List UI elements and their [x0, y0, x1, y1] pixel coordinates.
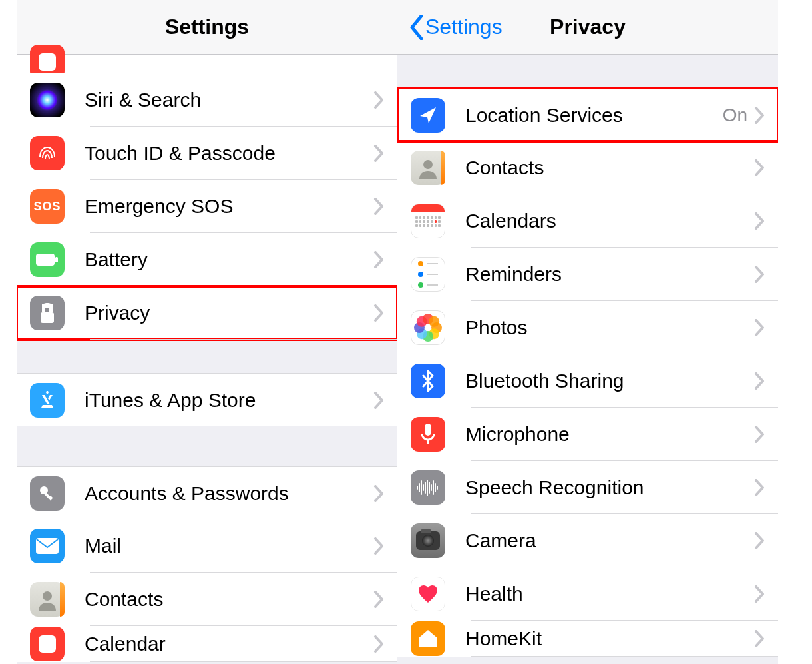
svg-rect-11 [417, 486, 418, 490]
row-bluetooth-sharing[interactable]: Bluetooth Sharing [397, 354, 778, 408]
row-touch-id-passcode[interactable]: Touch ID & Passcode [17, 127, 397, 180]
back-label: Settings [425, 15, 503, 39]
chevron-right-icon [373, 635, 384, 653]
row-siri-search[interactable]: Siri & Search [17, 73, 397, 127]
row-contacts[interactable]: Contacts [17, 573, 397, 626]
svg-rect-2 [41, 312, 54, 323]
svg-rect-10 [427, 440, 429, 444]
back-button[interactable]: Settings [409, 15, 503, 40]
svg-rect-9 [425, 424, 431, 436]
row-label: Accounts & Passwords [85, 482, 373, 505]
row-accounts-passwords[interactable]: Accounts & Passwords [17, 466, 397, 519]
row-label: Reminders [465, 263, 754, 286]
fingerprint-icon [30, 136, 65, 170]
row-photos[interactable]: Photos [397, 301, 778, 354]
homekit-icon [411, 625, 445, 652]
battery-icon [30, 242, 65, 277]
chevron-right-icon [373, 91, 384, 109]
row-label: iTunes & App Store [85, 389, 373, 412]
row-label: Touch ID & Passcode [85, 142, 373, 165]
row-label: Bluetooth Sharing [465, 370, 754, 392]
siri-icon [30, 83, 65, 117]
row-label: Calendar [85, 633, 373, 655]
svg-rect-21 [437, 486, 438, 490]
chevron-right-icon [754, 372, 765, 390]
svg-rect-14 [423, 484, 424, 491]
left-title: Settings [165, 15, 249, 39]
settings-group-2: Accounts & PasswordsMailContactsCalendar [17, 466, 397, 662]
row-label: Location Services [465, 104, 723, 127]
row-privacy[interactable]: Privacy [17, 286, 397, 340]
chevron-right-icon [754, 630, 765, 647]
spacer [397, 55, 778, 88]
health-icon [411, 577, 445, 611]
chevron-right-icon [373, 537, 384, 555]
row-label: Privacy [85, 302, 373, 324]
row-speech-recognition[interactable]: Speech Recognition [397, 461, 778, 514]
right-pane: Settings Privacy Location ServicesOnCont… [397, 0, 778, 664]
row-label: Emergency SOS [85, 195, 373, 218]
svg-rect-6 [36, 538, 59, 554]
calendar-icon [30, 631, 65, 657]
row-emergency-sos[interactable]: SOSEmergency SOS [17, 180, 397, 233]
svg-rect-12 [419, 483, 420, 492]
row-label: HomeKit [465, 627, 754, 650]
row-microphone[interactable]: Microphone [397, 408, 778, 461]
right-header: Settings Privacy [397, 0, 778, 55]
row-reminders[interactable]: Reminders [397, 248, 778, 301]
row-health[interactable]: Health [397, 567, 778, 621]
row-mail[interactable]: Mail [17, 519, 397, 573]
chevron-right-icon [754, 585, 765, 603]
row-sounds[interactable] [17, 55, 397, 73]
speech-icon [411, 470, 445, 505]
chevron-right-icon [373, 145, 384, 162]
reminders-icon [411, 257, 445, 292]
left-header: Settings [17, 0, 397, 55]
row-label: Contacts [465, 157, 754, 179]
row-itunes-app-store[interactable]: iTunes & App Store [17, 373, 397, 426]
svg-rect-20 [435, 483, 436, 492]
spacer [17, 340, 397, 373]
svg-rect-16 [427, 480, 428, 496]
appstore-icon [30, 383, 65, 418]
row-location-services[interactable]: Location ServicesOn [397, 88, 778, 141]
row-calendars[interactable]: Calendars [397, 194, 778, 248]
bluetooth-icon [411, 364, 445, 398]
row-homekit[interactable]: HomeKit [397, 621, 778, 657]
contacts-icon [30, 582, 65, 617]
chevron-right-icon [754, 107, 765, 124]
svg-rect-18 [431, 484, 432, 491]
row-camera[interactable]: Camera [397, 514, 778, 567]
right-title: Privacy [550, 15, 626, 39]
privacy-list: Location ServicesOnContactsCalendarsRemi… [397, 88, 778, 657]
svg-point-7 [43, 591, 52, 601]
row-label: Camera [465, 529, 754, 552]
svg-rect-13 [421, 480, 422, 495]
chevron-left-icon [409, 15, 424, 40]
chevron-right-icon [754, 266, 765, 283]
row-label: Health [465, 583, 754, 605]
row-value: On [723, 105, 747, 126]
row-contacts[interactable]: Contacts [397, 141, 778, 194]
row-calendar[interactable]: Calendar [17, 626, 397, 662]
row-battery[interactable]: Battery [17, 233, 397, 286]
chevron-right-icon [754, 319, 765, 336]
contacts-icon [411, 151, 445, 185]
svg-rect-17 [429, 482, 430, 494]
settings-group-0: Siri & SearchTouch ID & PasscodeSOSEmerg… [17, 55, 397, 340]
spacer [17, 426, 397, 466]
chevron-right-icon [754, 159, 765, 176]
row-label: Battery [85, 248, 373, 271]
left-pane: Settings Siri & SearchTouch ID & Passcod… [17, 0, 397, 664]
settings-group-1: iTunes & App Store [17, 373, 397, 426]
row-label: Photos [465, 316, 754, 339]
sounds-icon [30, 55, 65, 69]
chevron-right-icon [754, 426, 765, 443]
row-label: Mail [85, 535, 373, 557]
row-label: Calendars [465, 210, 754, 232]
chevron-right-icon [373, 251, 384, 268]
chevron-right-icon [373, 198, 384, 215]
row-label: Microphone [465, 423, 754, 446]
row-label: Siri & Search [85, 89, 373, 111]
key-icon [30, 476, 65, 511]
